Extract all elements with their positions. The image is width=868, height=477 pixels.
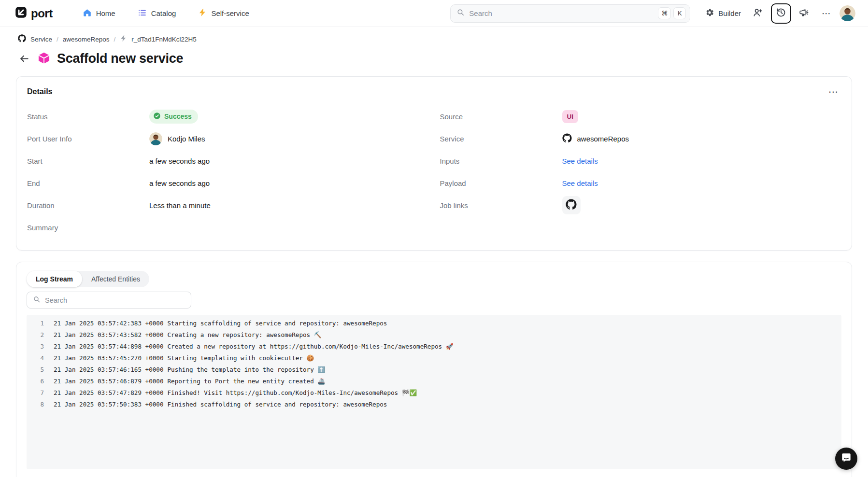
log-message: Starting templating with cookiecutter 🍪 (167, 354, 314, 362)
detail-label: Job links (440, 201, 562, 210)
log-line-number: 2 (33, 331, 44, 338)
details-more-button[interactable]: ⋯ (825, 86, 841, 98)
detail-label: Port User Info (27, 135, 149, 143)
log-search-input[interactable] (45, 296, 185, 304)
tab-log-stream[interactable]: Log Stream (27, 271, 82, 287)
user-info-avatar (149, 132, 162, 145)
service-entity-link[interactable]: awesomeRepos (562, 133, 629, 144)
port-logo-icon (14, 6, 28, 21)
check-circle-icon (153, 112, 161, 121)
catalog-icon (138, 8, 147, 19)
tab-affected-entities[interactable]: Affected Entities (82, 271, 149, 287)
breadcrumb-item-service[interactable]: Service (30, 36, 52, 43)
detail-row-user: Port User Info Kodjo Miles (27, 127, 428, 150)
log-line: 3 21 Jan 2025 03:57:44:898 +0000 Created… (33, 343, 841, 354)
details-heading: Details (27, 87, 52, 96)
lightning-icon (198, 8, 207, 18)
breadcrumb: Service / awesomeRepos / r_dTad1FnMdKcl2… (18, 34, 868, 44)
log-stream-output: 1 21 Jan 2025 03:57:42:383 +0000 Startin… (27, 315, 841, 469)
detail-value: Less than a minute (149, 201, 211, 210)
github-icon (562, 133, 572, 144)
chat-launcher-button[interactable] (835, 448, 857, 470)
status-text: Success (164, 112, 192, 120)
detail-label: Start (27, 157, 149, 165)
person-add-icon (753, 7, 763, 20)
log-timestamp: 21 Jan 2025 03:57:50:383 +0000 (54, 401, 163, 408)
detail-label: Duration (27, 201, 149, 210)
log-line-number: 8 (33, 401, 44, 408)
details-card: Details ⋯ Status Success (16, 76, 852, 251)
log-line: 8 21 Jan 2025 03:57:50:383 +0000 Finishe… (33, 401, 841, 412)
detail-label: Source (440, 112, 562, 121)
log-card: Log Stream Affected Entities 1 21 Jan 20… (16, 262, 852, 477)
announcements-button[interactable] (795, 4, 813, 23)
global-search[interactable]: ⌘ K (450, 4, 690, 23)
back-button[interactable] (17, 52, 31, 66)
job-link-github-button[interactable] (562, 196, 581, 214)
detail-value: a few seconds ago (149, 179, 210, 187)
port-logo[interactable]: port (14, 6, 53, 21)
log-message: Finished! Visit https://github.com/Kodjo… (167, 389, 417, 396)
history-icon (776, 7, 786, 20)
home-icon (83, 8, 92, 19)
log-timestamp: 21 Jan 2025 03:57:42:383 +0000 (54, 320, 163, 327)
log-message: Reporting to Port the new entity created… (167, 378, 325, 385)
top-navbar: port Home Catalog Self-service (0, 0, 868, 27)
detail-value: Success (149, 110, 198, 124)
action-cube-icon (38, 52, 50, 66)
nav-right-cluster: Builder ⋯ (701, 3, 855, 24)
log-line-number: 5 (33, 366, 44, 373)
run-history-button[interactable] (771, 3, 791, 24)
page-title: Scaffold new service (57, 51, 183, 66)
github-icon (18, 34, 26, 44)
detail-label: Status (27, 112, 149, 121)
log-message: Created a new repository at https://gith… (167, 343, 453, 350)
payload-see-details-link[interactable]: See details (562, 179, 598, 187)
log-message: Creating a new repository: awesomeRepos … (167, 331, 321, 338)
nav-item-catalog[interactable]: Catalog (138, 8, 176, 19)
builder-label: Builder (718, 9, 741, 17)
log-timestamp: 21 Jan 2025 03:57:44:898 +0000 (54, 343, 163, 350)
search-icon (33, 295, 41, 305)
log-line: 7 21 Jan 2025 03:57:47:829 +0000 Finishe… (33, 389, 841, 401)
user-avatar[interactable] (840, 5, 855, 21)
detail-value: Kodjo Miles (149, 132, 205, 145)
detail-label: Service (440, 135, 562, 143)
detail-row-start: Start a few seconds ago (27, 150, 428, 172)
nav-item-self-service[interactable]: Self-service (198, 8, 249, 18)
run-lightning-icon (120, 35, 127, 43)
detail-label: End (27, 179, 149, 187)
log-message: Finished scaffolding of service and repo… (167, 401, 387, 408)
log-timestamp: 21 Jan 2025 03:57:46:165 +0000 (54, 366, 163, 373)
more-options-button[interactable]: ⋯ (817, 4, 836, 23)
detail-row-inputs: Inputs See details (440, 150, 841, 172)
detail-row-end: End a few seconds ago (27, 172, 428, 194)
nav-item-home[interactable]: Home (83, 8, 115, 19)
log-timestamp: 21 Jan 2025 03:57:46:879 +0000 (54, 378, 163, 385)
log-search[interactable] (27, 292, 191, 309)
breadcrumb-item-awesomerepos[interactable]: awesomeRepos (63, 36, 110, 43)
breadcrumb-item-run-id[interactable]: r_dTad1FnMdKcl22H5 (131, 36, 196, 43)
more-options-icon: ⋯ (822, 9, 831, 18)
user-name: Kodjo Miles (168, 135, 205, 143)
log-timestamp: 21 Jan 2025 03:57:43:582 +0000 (54, 331, 163, 338)
detail-row-job-links: Job links (440, 194, 841, 216)
breadcrumb-separator: / (57, 36, 58, 43)
log-line: 1 21 Jan 2025 03:57:42:383 +0000 Startin… (33, 320, 841, 331)
global-search-input[interactable] (469, 9, 655, 17)
log-timestamp: 21 Jan 2025 03:57:45:270 +0000 (54, 354, 163, 362)
nav-item-label: Home (96, 9, 115, 17)
log-line-number: 7 (33, 389, 44, 396)
inputs-see-details-link[interactable]: See details (562, 157, 598, 165)
service-name: awesomeRepos (577, 135, 629, 143)
detail-label: Payload (440, 179, 562, 187)
log-line: 4 21 Jan 2025 03:57:45:270 +0000 Startin… (33, 354, 841, 366)
k-key-badge: K (673, 7, 686, 19)
invite-user-button[interactable] (749, 4, 767, 23)
builder-button[interactable]: Builder (701, 5, 745, 22)
log-line: 5 21 Jan 2025 03:57:46:165 +0000 Pushing… (33, 366, 841, 378)
search-icon (456, 8, 465, 18)
chat-bubble-icon (841, 452, 852, 465)
detail-value (562, 196, 581, 214)
detail-label: Summary (27, 224, 149, 232)
